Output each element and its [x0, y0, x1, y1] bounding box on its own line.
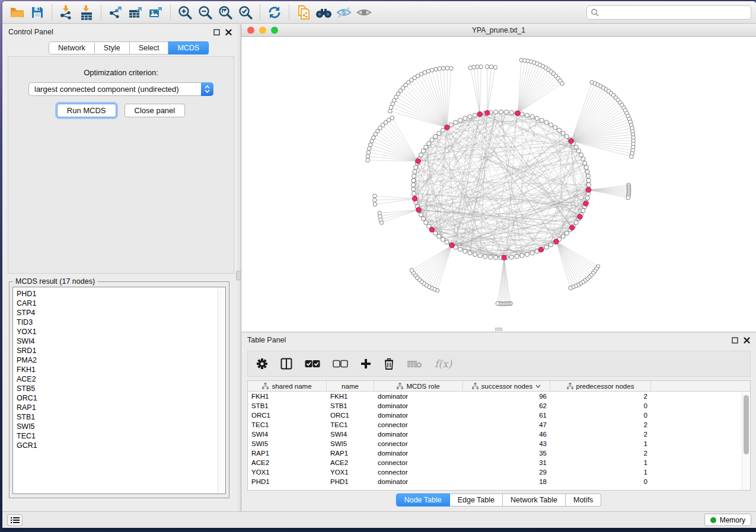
- mcds-node-item[interactable]: STB5: [17, 384, 222, 393]
- run-mcds-button[interactable]: Run MCDS: [57, 104, 116, 117]
- table-settings-button[interactable]: [256, 358, 268, 370]
- close-panel-icon[interactable]: [225, 29, 232, 36]
- zoom-fit-button[interactable]: [215, 4, 235, 21]
- mcds-list-scrollbar[interactable]: [218, 287, 225, 493]
- float-panel-icon[interactable]: [213, 29, 220, 36]
- mcds-node-item[interactable]: ACE2: [17, 374, 222, 384]
- delete-table-button[interactable]: [407, 359, 422, 368]
- open-session-button[interactable]: [7, 4, 27, 21]
- mcds-graph-node[interactable]: [583, 201, 588, 206]
- hide-selected-button[interactable]: [334, 4, 354, 21]
- table-row[interactable]: ACE2ACE2connector311: [248, 458, 742, 467]
- mcds-graph-node[interactable]: [429, 227, 434, 232]
- mcds-node-item[interactable]: PMA2: [17, 355, 222, 365]
- mcds-node-item[interactable]: SWI4: [17, 336, 222, 346]
- export-image-button[interactable]: [146, 4, 166, 21]
- mcds-graph-node[interactable]: [413, 196, 417, 201]
- column-header-successor-nodes[interactable]: successor nodes: [463, 381, 550, 391]
- close-panel-icon[interactable]: [744, 337, 750, 344]
- table-row[interactable]: RAP1RAP1dominator352: [248, 448, 742, 458]
- zoom-out-button[interactable]: [195, 4, 215, 21]
- import-network-button[interactable]: [56, 4, 76, 21]
- show-all-button[interactable]: [354, 4, 374, 21]
- first-neighbors-button[interactable]: [314, 4, 334, 21]
- float-panel-icon[interactable]: [732, 337, 738, 344]
- tab-node-table[interactable]: Node Table: [396, 493, 450, 507]
- mcds-graph-node[interactable]: [416, 159, 420, 164]
- mcds-graph-node[interactable]: [445, 125, 449, 130]
- mcds-graph-node[interactable]: [416, 207, 421, 212]
- mcds-node-item[interactable]: STP4: [17, 308, 222, 318]
- mcds-graph-node[interactable]: [485, 110, 490, 115]
- column-header-predecessor-nodes[interactable]: predecessor nodes: [550, 381, 651, 391]
- memory-button[interactable]: Memory: [704, 514, 751, 526]
- mcds-node-item[interactable]: FKH1: [17, 365, 222, 374]
- table-row[interactable]: STB1STB1dominator620: [248, 401, 742, 411]
- zoom-selected-button[interactable]: [235, 4, 256, 21]
- close-panel-button[interactable]: Close panel: [125, 104, 186, 117]
- mcds-node-item[interactable]: SWI5: [17, 422, 222, 431]
- mcds-node-item[interactable]: ORC1: [17, 393, 222, 403]
- zoom-in-button[interactable]: [175, 4, 195, 21]
- mcds-graph-node[interactable]: [515, 111, 520, 116]
- search-input[interactable]: [602, 8, 747, 17]
- table-row[interactable]: SWI5SWI5connector431: [248, 439, 742, 448]
- optimization-criterion-select[interactable]: largest connected component (undirected): [28, 82, 213, 96]
- mcds-graph-node[interactable]: [570, 225, 575, 230]
- mcds-graph-node[interactable]: [502, 255, 506, 260]
- table-scrollbar-thumb[interactable]: [744, 395, 749, 454]
- mcds-node-item[interactable]: STB1: [17, 412, 222, 422]
- mcds-graph-node[interactable]: [554, 239, 559, 243]
- mcds-node-item[interactable]: PHD1: [17, 289, 222, 299]
- mcds-node-item[interactable]: RAP1: [17, 403, 222, 412]
- mcds-graph-node[interactable]: [578, 214, 582, 219]
- tab-select[interactable]: Select: [130, 41, 169, 55]
- export-network-button[interactable]: [106, 4, 126, 21]
- mcds-graph-node[interactable]: [586, 187, 591, 192]
- import-table-button[interactable]: [76, 4, 97, 21]
- mcds-graph-node[interactable]: [538, 247, 543, 252]
- mcds-node-item[interactable]: TEC1: [17, 431, 222, 441]
- tab-mcds[interactable]: MCDS: [168, 41, 209, 55]
- network-graph[interactable]: [241, 37, 756, 331]
- tab-edge-table[interactable]: Edge Table: [450, 493, 503, 507]
- add-column-button[interactable]: [361, 358, 371, 369]
- delete-columns-button[interactable]: [384, 358, 394, 370]
- save-session-button[interactable]: [27, 4, 47, 21]
- tab-network-table[interactable]: Network Table: [503, 493, 566, 507]
- column-header-name[interactable]: name: [327, 381, 374, 391]
- apply-layout-button[interactable]: [264, 4, 285, 21]
- table-row[interactable]: TEC1TEC1connector472: [248, 420, 742, 430]
- table-row[interactable]: SWI4SWI4dominator462: [248, 430, 742, 439]
- column-header-shared-name[interactable]: shared name: [248, 381, 327, 391]
- mcds-node-item[interactable]: CAR1: [17, 299, 222, 308]
- deselect-all-rows-button[interactable]: [333, 360, 348, 368]
- table-row[interactable]: FKH1FKH1dominator962: [248, 392, 742, 401]
- tab-network[interactable]: Network: [49, 41, 95, 55]
- tab-motifs[interactable]: Motifs: [566, 493, 601, 507]
- table-scrollbar[interactable]: [742, 392, 750, 490]
- table-row[interactable]: ORC1ORC1dominator610: [248, 411, 742, 420]
- clone-network-button[interactable]: [294, 4, 314, 21]
- mcds-node-item[interactable]: YOX1: [17, 327, 222, 336]
- mcds-result-list[interactable]: PHD1CAR1STP4TID3YOX1SWI4SRD1PMA2FKH1ACE2…: [12, 287, 226, 494]
- select-all-rows-button[interactable]: [305, 360, 320, 368]
- network-canvas[interactable]: [241, 37, 756, 331]
- show-column-panel-button[interactable]: [280, 358, 292, 370]
- search-field[interactable]: [586, 5, 751, 20]
- mcds-node-item[interactable]: GCR1: [17, 441, 222, 450]
- column-header-MCDS-role[interactable]: MCDS role: [374, 381, 463, 391]
- mcds-graph-node[interactable]: [569, 139, 573, 143]
- mcds-graph-node[interactable]: [449, 243, 454, 248]
- export-table-button[interactable]: [126, 4, 146, 21]
- horizontal-splitter-grip[interactable]: [495, 328, 502, 331]
- table-row[interactable]: YOX1YOX1connector291: [248, 467, 742, 477]
- table-row[interactable]: PHD1PHD1dominator180: [248, 477, 742, 486]
- mcds-graph-node[interactable]: [477, 112, 482, 117]
- tab-style[interactable]: Style: [95, 41, 130, 55]
- task-history-button[interactable]: [7, 514, 23, 526]
- mcds-node-item[interactable]: TID3: [17, 318, 222, 327]
- network-view-titlebar[interactable]: YPA_prune.txt_1: [241, 24, 756, 37]
- mcds-node-item[interactable]: SRD1: [17, 346, 222, 355]
- function-builder-button[interactable]: f(x): [435, 358, 452, 370]
